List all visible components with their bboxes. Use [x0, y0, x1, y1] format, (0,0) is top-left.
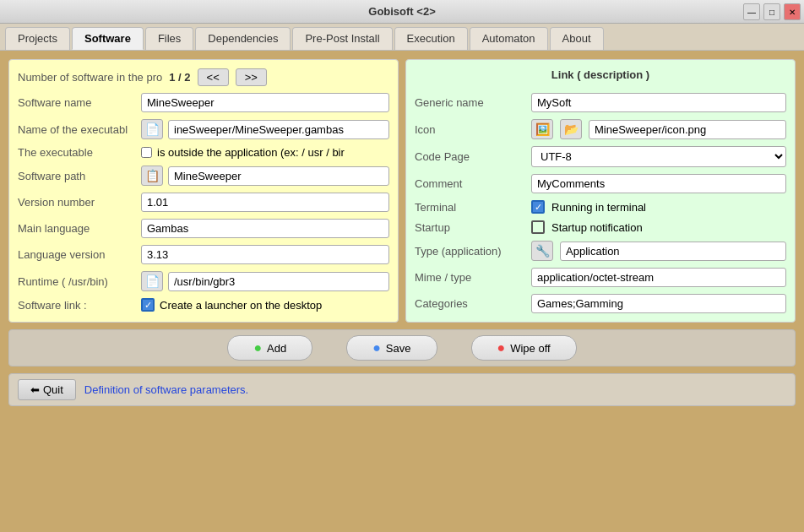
nav-next-button[interactable]: >> [236, 68, 267, 86]
comment-label: Comment [415, 177, 524, 190]
software-link-label: Software link : [18, 299, 136, 312]
terminal-checkbox[interactable]: ✓ [531, 200, 545, 214]
icon-preview-img: 🖼️ [535, 122, 550, 136]
status-bar: ⬅ Quit Definition of software parameters… [8, 373, 796, 406]
executable-outside-checkbox[interactable] [141, 147, 152, 158]
maximize-button[interactable]: □ [763, 3, 780, 20]
left-panel: Number of software in the pro 1 / 2 << >… [8, 59, 399, 323]
categories-input[interactable] [531, 294, 786, 313]
comment-row: Comment [415, 174, 786, 193]
software-path-input[interactable] [168, 166, 389, 186]
tab-execution[interactable]: Execution [394, 27, 468, 50]
count-label: Number of software in the pro [18, 71, 162, 84]
icon-browse-img: 📂 [564, 122, 579, 136]
generic-name-label: Generic name [415, 96, 524, 109]
software-link-checkbox[interactable]: ✓ [141, 298, 155, 312]
mime-type-row: Mime / type [415, 268, 786, 287]
software-link-row: Software link : ✓ Create a launcher on t… [18, 298, 389, 312]
tab-pre-post[interactable]: Pre-Post Install [292, 27, 392, 50]
software-path-icon-button[interactable]: 📋 [141, 166, 163, 186]
tab-about[interactable]: About [550, 27, 604, 50]
wipe-off-dot: ● [497, 340, 506, 356]
type-application-row: Type (application) 🔧 [415, 241, 786, 261]
software-name-label: Software name [18, 96, 136, 109]
software-path-row: Software path 📋 [18, 166, 389, 186]
code-page-label: Code Page [415, 150, 524, 163]
window-title: Gobisoft <2> [368, 5, 435, 18]
executable-file-icon: 📄 [145, 122, 160, 136]
type-application-input[interactable] [560, 242, 786, 261]
software-count-row: Number of software in the pro 1 / 2 << >… [18, 68, 389, 86]
software-path-file-icon: 📋 [145, 169, 160, 182]
add-label: Add [267, 342, 286, 355]
bottom-bar: ● Add ● Save ● Wipe off [8, 329, 796, 366]
quit-label: Quit [43, 383, 63, 396]
runtime-input[interactable] [168, 272, 389, 291]
icon-path-input[interactable] [589, 120, 786, 139]
icon-row: Icon 🖼️ 📂 [415, 119, 786, 139]
runtime-label: Runtime ( /usr/bin) [18, 275, 136, 288]
executable-name-label: Name of the executabl [18, 123, 136, 136]
executable-checkbox-text: is outside the application (ex: / usr / … [157, 146, 345, 159]
type-icon: 🔧 [535, 244, 550, 258]
status-text: Definition of software parameters. [84, 383, 248, 396]
terminal-label: Terminal [415, 201, 524, 214]
minimize-button[interactable]: — [743, 3, 760, 20]
runtime-file-icon: 📄 [145, 274, 160, 288]
comment-input[interactable] [531, 174, 786, 193]
quit-icon: ⬅ [30, 383, 40, 396]
icon-field-label: Icon [415, 123, 524, 136]
count-value: 1 / 2 [169, 71, 190, 84]
categories-row: Categories [415, 294, 786, 313]
software-name-row: Software name [18, 93, 389, 112]
executable-checkbox-label: The executable [18, 146, 136, 159]
startup-label: Startup [415, 221, 524, 234]
software-link-text: Create a launcher on the desktop [160, 299, 322, 312]
language-version-input[interactable] [141, 245, 389, 264]
nav-prev-button[interactable]: << [198, 68, 229, 86]
close-button[interactable]: ✕ [784, 3, 801, 20]
runtime-icon-button[interactable]: 📄 [141, 271, 163, 291]
icon-preview-button[interactable]: 🖼️ [531, 119, 553, 139]
save-label: Save [386, 342, 411, 355]
generic-name-input[interactable] [531, 93, 786, 112]
main-language-row: Main language [18, 219, 389, 238]
tab-software[interactable]: Software [72, 27, 144, 50]
executable-icon-button[interactable]: 📄 [141, 119, 163, 139]
save-dot: ● [372, 340, 381, 356]
code-page-select[interactable]: UTF-8 UTF-16 ISO-8859-1 [531, 146, 786, 167]
runtime-row: Runtime ( /usr/bin) 📄 [18, 271, 389, 291]
tab-dependencies[interactable]: Dependencies [195, 27, 291, 50]
categories-label: Categories [415, 297, 524, 310]
main-content: Number of software in the pro 1 / 2 << >… [0, 51, 804, 415]
executable-checkbox-row: The executable is outside the applicatio… [18, 146, 389, 159]
mime-type-input[interactable] [531, 268, 786, 287]
titlebar: Gobisoft <2> — □ ✕ [0, 0, 804, 24]
window-controls: — □ ✕ [743, 3, 801, 20]
tab-projects[interactable]: Projects [5, 27, 70, 50]
version-number-label: Version number [18, 196, 136, 209]
tab-automaton[interactable]: Automaton [470, 27, 548, 50]
main-language-input[interactable] [141, 219, 389, 238]
add-dot: ● [253, 340, 262, 356]
executable-name-row: Name of the executabl 📄 [18, 119, 389, 139]
add-button[interactable]: ● Add [227, 335, 312, 361]
main-language-label: Main language [18, 222, 136, 235]
tab-files[interactable]: Files [145, 27, 193, 50]
wipe-off-label: Wipe off [510, 342, 550, 355]
executable-name-input[interactable] [168, 120, 389, 139]
tab-bar: Projects Software Files Dependencies Pre… [0, 24, 804, 51]
panels-row: Number of software in the pro 1 / 2 << >… [8, 59, 796, 323]
terminal-row: Terminal ✓ Running in terminal [415, 200, 786, 214]
version-number-input[interactable] [141, 193, 389, 212]
software-path-label: Software path [18, 170, 136, 182]
icon-browse-button[interactable]: 📂 [560, 119, 582, 139]
save-button[interactable]: ● Save [346, 335, 437, 361]
software-name-input[interactable] [141, 93, 389, 112]
startup-text: Startup notification [551, 221, 643, 234]
language-version-label: Language version [18, 248, 136, 261]
quit-button[interactable]: ⬅ Quit [18, 379, 76, 400]
wipe-off-button[interactable]: ● Wipe off [471, 335, 577, 361]
version-number-row: Version number [18, 193, 389, 212]
startup-checkbox[interactable] [531, 220, 545, 234]
